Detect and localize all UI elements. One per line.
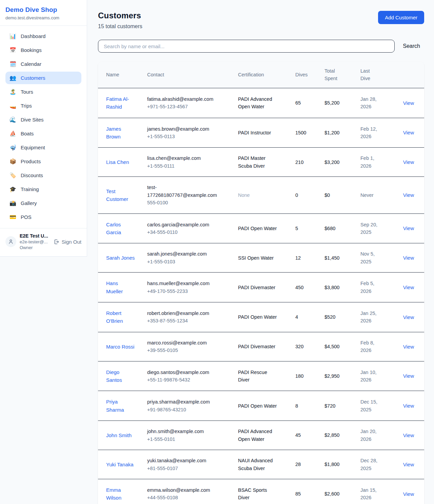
- island-icon: 🏝️: [9, 89, 16, 95]
- certification: PADI Divemaster: [238, 284, 275, 291]
- view-link[interactable]: View: [403, 159, 414, 165]
- customer-name-link[interactable]: James Brown: [106, 125, 135, 141]
- certification: BSAC Sports Diver: [238, 486, 277, 502]
- customer-name-link[interactable]: Priya Sharma: [106, 398, 135, 414]
- sidebar-item-calendar[interactable]: 🗓️ Calendar: [5, 58, 81, 70]
- dives-count: 1500: [295, 130, 306, 135]
- table-row: Marco Rossi marco.rossi@example.com +39-…: [98, 332, 424, 361]
- total-spent: $720: [324, 403, 335, 409]
- view-link[interactable]: View: [403, 432, 414, 438]
- view-link[interactable]: View: [403, 284, 414, 290]
- customer-email: emma.wilson@example.com: [147, 486, 220, 494]
- customer-name-link[interactable]: Marco Rossi: [106, 343, 134, 351]
- sidebar-item-label: Calendar: [21, 61, 41, 67]
- view-link[interactable]: View: [403, 344, 414, 350]
- customer-phone: +39-555-0105: [147, 347, 233, 354]
- customer-name-link[interactable]: Sarah Jones: [106, 254, 135, 262]
- total-spent: $4,500: [324, 344, 339, 349]
- view-link[interactable]: View: [403, 491, 414, 497]
- certification: PADI Master Scuba Diver: [238, 154, 277, 170]
- table-row: Diego Santos diego.santos@example.com +5…: [98, 361, 424, 391]
- sidebar-item-bookings[interactable]: 📅 Bookings: [5, 44, 81, 56]
- view-link[interactable]: View: [403, 462, 414, 467]
- customer-name-link[interactable]: Test Customer: [106, 187, 135, 203]
- last-dive-date: Dec 15, 2025: [360, 398, 379, 413]
- col-header-certification: Certification: [238, 62, 295, 88]
- sidebar-item-gallery[interactable]: 📸 Gallery: [5, 197, 81, 209]
- certification: PADI Open Water: [238, 225, 277, 232]
- people-icon: 👥: [9, 75, 16, 81]
- dives-count: 0: [295, 192, 298, 198]
- search-button[interactable]: Search: [396, 40, 424, 52]
- customer-name-link[interactable]: Carlos Garcia: [106, 221, 135, 237]
- last-dive-date: Feb 12, 2026: [360, 125, 379, 141]
- total-spent: $5,200: [324, 100, 339, 106]
- sidebar-item-label: Dashboard: [21, 33, 45, 39]
- sailboat-icon: ⛵: [9, 131, 16, 136]
- customers-table-card: Name Contact Certification Dives Total S…: [98, 62, 424, 504]
- view-link[interactable]: View: [403, 225, 414, 231]
- total-spent: $1,200: [324, 130, 339, 135]
- table-row: Fatima Al-Rashid fatima.alrashid@example…: [98, 88, 424, 118]
- sidebar-item-discounts[interactable]: 🏷️ Discounts: [5, 169, 81, 182]
- sidebar: Demo Dive Shop demo.test.divestreams.com…: [0, 0, 87, 257]
- sidebar-item-customers[interactable]: 👥 Customers: [5, 72, 81, 84]
- customer-count: 15 total customers: [98, 23, 142, 30]
- customer-name-link[interactable]: Emma Wilson: [106, 486, 135, 502]
- customer-name-link[interactable]: Diego Santos: [106, 368, 135, 384]
- customer-name-link[interactable]: Fatima Al-Rashid: [106, 95, 135, 111]
- customer-email: lisa.chen@example.com: [147, 154, 220, 162]
- total-spent: $2,600: [324, 491, 339, 497]
- sidebar-item-dashboard[interactable]: 📊 Dashboard: [5, 30, 81, 42]
- col-header-contact: Contact: [147, 62, 238, 88]
- search-input[interactable]: [98, 40, 395, 53]
- search-bar: Search: [98, 40, 424, 53]
- package-icon: 📦: [9, 159, 16, 164]
- view-link[interactable]: View: [403, 192, 414, 198]
- customer-phone: +1-555-0113: [147, 133, 233, 140]
- page-header: Customers 15 total customers Add Custome…: [98, 11, 424, 30]
- sidebar-item-boats[interactable]: ⛵ Boats: [5, 127, 81, 140]
- view-link[interactable]: View: [403, 100, 414, 106]
- sign-out-label: Sign Out: [62, 239, 81, 245]
- certification: PADI Open Water: [238, 313, 277, 321]
- sidebar-item-dive-sites[interactable]: 🌊 Dive Sites: [5, 113, 81, 126]
- credit-card-icon: 💳: [9, 214, 16, 220]
- view-link[interactable]: View: [403, 403, 414, 409]
- certification: PADI Divemaster: [238, 343, 275, 350]
- customer-name-link[interactable]: Yuki Tanaka: [106, 461, 134, 468]
- view-link[interactable]: View: [403, 373, 414, 379]
- sidebar-item-trips[interactable]: 🚤 Trips: [5, 99, 81, 112]
- add-customer-button[interactable]: Add Customer: [378, 11, 424, 24]
- sidebar-item-label: Training: [21, 186, 39, 192]
- table-row: Carlos Garcia carlos.garcia@example.com …: [98, 213, 424, 243]
- customer-email: sarah.jones@example.com: [147, 250, 220, 258]
- sidebar-item-pos[interactable]: 💳 POS: [5, 211, 81, 223]
- col-header-action: [393, 62, 424, 88]
- total-spent: $680: [324, 226, 335, 231]
- customer-name-link[interactable]: Robert O'Brien: [106, 309, 135, 325]
- customer-name-link[interactable]: Lisa Chen: [106, 158, 129, 166]
- view-link[interactable]: View: [403, 130, 414, 135]
- customer-phone: +81-555-0107: [147, 465, 233, 472]
- customer-email: diego.santos@example.com: [147, 369, 220, 376]
- sidebar-user-footer: E2E Test U... e2e-tester@... Owner Sign …: [0, 228, 87, 256]
- camera-icon: 📸: [9, 201, 16, 206]
- sidebar-item-equipment[interactable]: 🤿 Equipment: [5, 141, 81, 154]
- customer-name-link[interactable]: John Smith: [106, 431, 132, 439]
- customer-email: james.brown@example.com: [147, 125, 220, 133]
- app-screen: Demo Dive Shop demo.test.divestreams.com…: [0, 0, 434, 504]
- customer-name-link[interactable]: Hans Mueller: [106, 279, 135, 295]
- table-row: John Smith john.smith@example.com +1-555…: [98, 421, 424, 450]
- customer-email: fatima.alrashid@example.com: [147, 95, 220, 103]
- view-link[interactable]: View: [403, 255, 414, 261]
- sign-out-button[interactable]: Sign Out: [54, 239, 81, 245]
- certification: PADI Instructor: [238, 129, 271, 136]
- certification: PADI Advanced Open Water: [238, 428, 277, 443]
- sidebar-item-training[interactable]: 🎓 Training: [5, 183, 81, 195]
- view-link[interactable]: View: [403, 314, 414, 320]
- customer-email: priya.sharma@example.com: [147, 398, 220, 406]
- sidebar-item-products[interactable]: 📦 Products: [5, 155, 81, 168]
- table-body: Fatima Al-Rashid fatima.alrashid@example…: [98, 88, 424, 504]
- sidebar-item-tours[interactable]: 🏝️ Tours: [5, 86, 81, 98]
